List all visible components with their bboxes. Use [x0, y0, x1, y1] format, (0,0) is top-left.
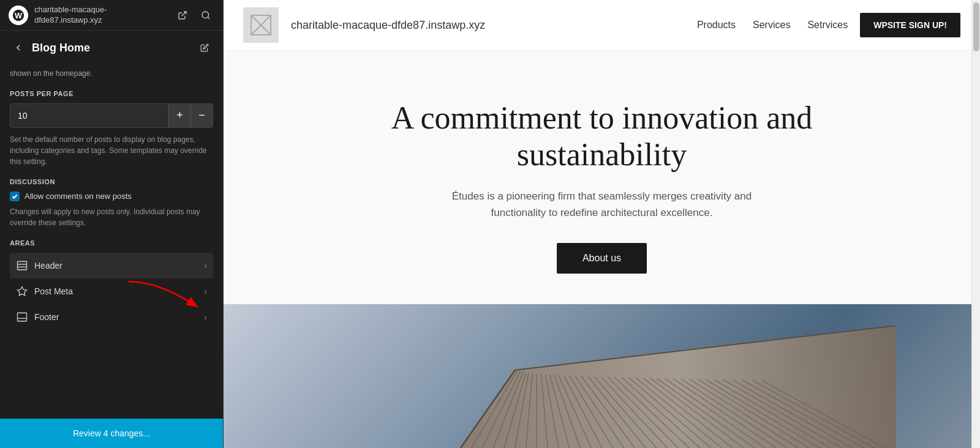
sidebar-note: shown on the homepage. — [10, 69, 213, 79]
discussion-help-text: Changes will apply to new posts only. In… — [10, 206, 213, 228]
sidebar-panel-header: Blog Home — [0, 31, 223, 62]
area-item-post-meta[interactable]: Post Meta › — [10, 278, 213, 304]
post-meta-area-icon — [16, 285, 28, 297]
discussion-section: DISCUSSION Allow comments on new posts C… — [10, 178, 213, 228]
area-header-chevron: › — [204, 261, 207, 271]
sidebar-top-bar: W charitable-macaque- dfde87.instawp.xyz — [0, 0, 223, 31]
nav-setrvices[interactable]: Setrvices — [807, 20, 848, 31]
search-icon[interactable] — [197, 7, 214, 24]
nav-products[interactable]: Products — [697, 20, 736, 31]
review-changes-button[interactable]: Review 4 changes... — [0, 419, 223, 448]
posts-value: 10 — [10, 106, 168, 125]
sidebar: W charitable-macaque- dfde87.instawp.xyz — [0, 0, 224, 448]
allow-comments-checkbox[interactable] — [10, 192, 20, 201]
areas-label: AREAS — [10, 239, 213, 247]
svg-line-2 — [182, 12, 186, 16]
area-post-meta-chevron: › — [204, 286, 207, 296]
footer-area-icon — [16, 311, 28, 323]
svg-line-4 — [208, 17, 209, 19]
panel-title: Blog Home — [32, 42, 191, 54]
discussion-label: DISCUSSION — [10, 178, 213, 185]
allow-comments-label: Allow comments on new posts — [24, 192, 132, 201]
posts-increase-button[interactable]: + — [168, 104, 190, 127]
website-nav: Products Services Setrvices — [697, 20, 848, 31]
site-logo — [243, 7, 279, 43]
svg-rect-5 — [18, 261, 27, 270]
nav-services[interactable]: Services — [753, 20, 790, 31]
about-us-button[interactable]: About us — [557, 243, 647, 274]
scrollbar-thumb — [973, 2, 979, 51]
site-domain-label: charitable-macaque-dfde87.instawp.xyz — [291, 19, 685, 32]
posts-per-page-label: POSTS PER PAGE — [10, 90, 213, 97]
allow-comments-row: Allow comments on new posts — [10, 192, 213, 201]
site-name-label: charitable-macaque- dfde87.instawp.xyz — [34, 5, 168, 26]
sidebar-content: shown on the homepage. POSTS PER PAGE 10… — [0, 62, 223, 419]
svg-text:W: W — [15, 10, 23, 20]
website-header: charitable-macaque-dfde87.instawp.xyz Pr… — [224, 0, 980, 51]
posts-help-text: Set the default number of posts to displ… — [10, 134, 213, 167]
svg-rect-9 — [18, 313, 27, 321]
edit-button[interactable] — [196, 39, 213, 56]
main-preview: charitable-macaque-dfde87.instawp.xyz Pr… — [224, 0, 980, 448]
posts-decrease-button[interactable]: − — [190, 104, 213, 127]
svg-marker-8 — [18, 286, 27, 295]
posts-per-page-control: 10 + − — [10, 103, 213, 128]
external-link-icon[interactable] — [174, 7, 191, 24]
area-item-header[interactable]: Header › — [10, 253, 213, 278]
hero-title: A commitment to innovation and sustainab… — [388, 100, 816, 173]
preview-scrollbar[interactable] — [971, 0, 980, 448]
svg-point-3 — [202, 12, 209, 18]
building-mock-bg — [224, 304, 980, 448]
area-header-label: Header — [34, 261, 198, 271]
area-footer-label: Footer — [34, 312, 198, 322]
building-image — [224, 304, 980, 448]
header-area-icon — [16, 259, 28, 272]
back-button[interactable] — [10, 39, 27, 56]
area-post-meta-label: Post Meta — [34, 286, 198, 296]
signup-button[interactable]: WPSITE SIGN UP! — [860, 13, 960, 37]
hero-section: A commitment to innovation and sustainab… — [224, 51, 980, 304]
area-footer-chevron: › — [204, 312, 207, 322]
wp-logo: W — [9, 6, 28, 25]
areas-section: AREAS Header › — [10, 239, 213, 330]
hero-subtitle: Études is a pioneering firm that seamles… — [431, 188, 774, 221]
area-item-footer[interactable]: Footer › — [10, 304, 213, 330]
